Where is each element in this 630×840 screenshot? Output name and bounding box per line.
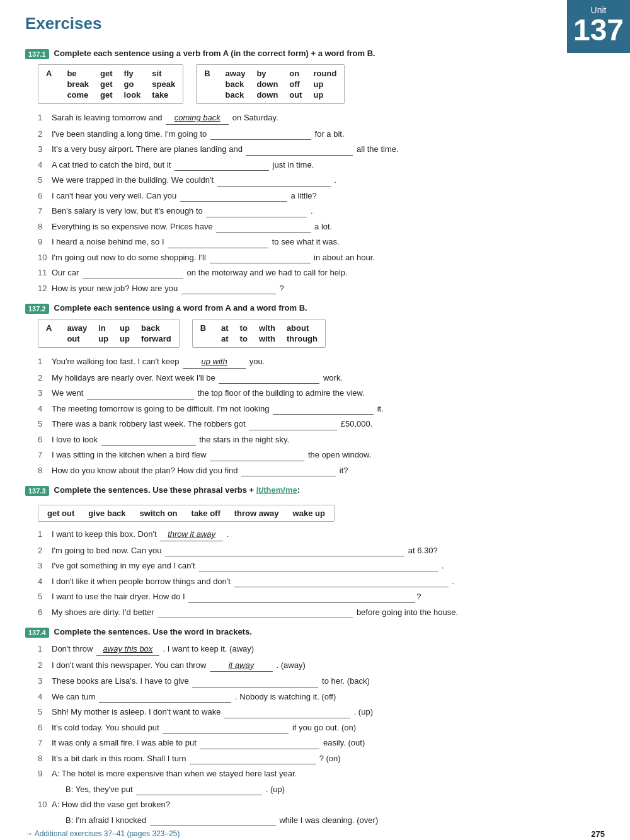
exercise-item: 8 It's a bit dark in this room. Shall I …	[38, 752, 605, 765]
section-137-3-instruction: Complete the sentences. Use these phrasa…	[54, 485, 301, 495]
exercise-list-137-4: 1 Don't throw away this box . I want to …	[38, 643, 605, 826]
exercise-item: 1 You're walking too fast. I can't keep …	[38, 355, 605, 369]
exercise-item: 6 My shoes are dirty. I'd better before …	[38, 606, 605, 619]
page-title: Exercises	[0, 0, 630, 40]
section-137-1-num: 137.1	[25, 49, 49, 59]
footer-link-text[interactable]: Additional exercises 37–41 (pages 323–25…	[35, 829, 180, 838]
box-b-label: B	[204, 69, 210, 100]
exercise-item: 1 I want to keep this box. Don't throw i…	[38, 528, 605, 541]
exercise-item: 1 Sarah is leaving tomorrow and coming b…	[38, 112, 605, 125]
unit-number: 137	[567, 15, 630, 45]
content: 137.1 Complete each sentence using a ver…	[0, 49, 630, 840]
exercise-item: 6 I can't hear you very well. Can you a …	[38, 190, 605, 202]
col-3: fly go look	[124, 69, 141, 100]
exercise-item: 4 The meeting tomorrow is going to be di…	[38, 403, 605, 415]
section-137-1-instruction: Complete each sentence using a verb from…	[54, 49, 375, 58]
section-137-2-num: 137.2	[25, 304, 49, 314]
exercise-item: 9 I heard a noise behind me, so I to see…	[38, 236, 605, 248]
col-1: be break come	[67, 69, 89, 100]
section-137-2-header: 137.2 Complete each sentence using a wor…	[25, 303, 605, 314]
word-box-b-137-2: B at at to to with with about through	[192, 319, 326, 348]
exercise-item: 11 Our car on the motorway and we had to…	[38, 267, 605, 279]
exercise-list-137-1: 1 Sarah is leaving tomorrow and coming b…	[38, 112, 605, 294]
exercise-item: 2 I'm going to bed now. Can you at 6.30?	[38, 544, 605, 557]
box-a-label: A	[46, 69, 52, 100]
col-4: sit speak take	[152, 69, 175, 100]
exercise-item: 6 I love to look the stars in the night …	[38, 434, 605, 446]
page-number: 275	[591, 829, 605, 839]
exercise-item: 2 My holidays are nearly over. Next week…	[38, 372, 605, 384]
exercise-item: 5 There was a bank robbery last week. Th…	[38, 418, 605, 430]
footer: → Additional exercises 37–41 (pages 323–…	[0, 829, 630, 839]
exercise-item: 7 Ben's salary is very low, but it's eno…	[38, 205, 605, 217]
exercise-item: 2 I've been standing a long time. I'm go…	[38, 128, 605, 141]
section-137-2-instruction: Complete each sentence using a word from…	[54, 303, 307, 313]
exercise-item: 12 How is your new job? How are you ?	[38, 282, 605, 295]
exercise-list-137-2: 1 You're walking too fast. I can't keep …	[38, 355, 605, 476]
col-b2: by down down	[256, 69, 278, 100]
box-a-label-2: A	[46, 323, 52, 343]
col-b1: away back back	[226, 69, 246, 100]
section-137-4-num: 137.4	[25, 628, 49, 638]
word-box-a-137-2: A away out in up up up back forward	[38, 319, 180, 348]
col-2: get get get	[100, 69, 113, 100]
col-b3: on off out	[289, 69, 302, 100]
exercise-item: B: I'm afraid I knocked while I was clea…	[38, 814, 605, 827]
exercise-item: B: Yes, they've put . (up)	[38, 783, 605, 796]
section-137-4-instruction: Complete the sentences. Use the word in …	[54, 627, 252, 636]
word-box-137-1: A be break come get get get fly go look …	[38, 64, 605, 104]
exercise-item: 3 We went the top floor of the building …	[38, 387, 605, 400]
exercise-item: 4 A cat tried to catch the bird, but it …	[38, 159, 605, 171]
exercise-item: 2 I don't want this newspaper. You can t…	[38, 659, 605, 672]
box-b-label-2: B	[200, 323, 206, 343]
exercise-item: 7 I was sitting in the kitchen when a bi…	[38, 449, 605, 461]
section-137-3-num: 137.3	[25, 486, 49, 496]
exercise-item: 9 A: The hotel is more expensive than wh…	[38, 768, 605, 780]
exercise-item: 3 It's a very busy airport. There are pl…	[38, 143, 605, 156]
exercise-item: 3 These books are Lisa's. I have to give…	[38, 675, 605, 688]
exercise-item: 8 Everything is so expensive now. Prices…	[38, 221, 605, 233]
exercise-item: 6 It's cold today. You should put if you…	[38, 722, 605, 734]
word-box-137-2: A away out in up up up back forward B at	[38, 319, 605, 348]
phrasal-box-137-3: get out give back switch on take off thr…	[38, 505, 335, 522]
exercise-item: 5 We were trapped in the building. We co…	[38, 174, 605, 187]
section-137-3-header: 137.3 Complete the sentences. Use these …	[25, 485, 605, 496]
unit-badge: Unit 137	[567, 0, 630, 53]
exercise-item: 3 I've got something in my eye and I can…	[38, 560, 605, 572]
exercise-item: 4 I don't like it when people borrow thi…	[38, 575, 605, 588]
word-box-b-137-1: B away back back by down down on off out…	[196, 64, 345, 104]
exercise-item: 5 Shh! My mother is asleep. I don't want…	[38, 706, 605, 718]
exercise-item: 7 It was only a small fire. I was able t…	[38, 737, 605, 749]
exercise-item: 4 We can turn . Nobody is watching it. (…	[38, 691, 605, 703]
col-b4: round up up	[314, 69, 337, 100]
word-box-a-137-1: A be break come get get get fly go look …	[38, 64, 183, 104]
additional-exercises-link[interactable]: → Additional exercises 37–41 (pages 323–…	[25, 829, 180, 839]
exercise-item: 10 A: How did the vase get broken?	[38, 798, 605, 811]
section-137-4-header: 137.4 Complete the sentences. Use the wo…	[25, 627, 605, 638]
exercise-item: 1 Don't throw away this box . I want to …	[38, 643, 605, 656]
section-137-1-header: 137.1 Complete each sentence using a ver…	[25, 49, 605, 59]
exercise-list-137-3: 1 I want to keep this box. Don't throw i…	[38, 528, 605, 618]
exercise-item: 5 I want to use the hair dryer. How do I…	[38, 590, 605, 603]
footer-arrow: →	[25, 829, 35, 838]
exercise-item: 8 How do you know about the plan? How di…	[38, 464, 605, 477]
exercise-item: 10 I'm going out now to do some shopping…	[38, 251, 605, 264]
